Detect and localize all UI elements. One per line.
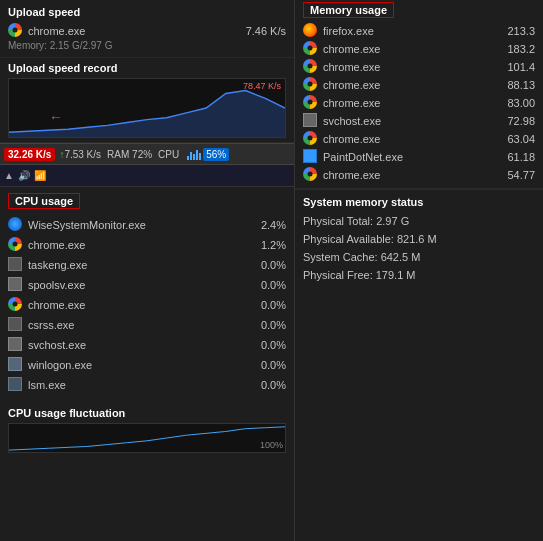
mem-process-name-5: svchost.exe — [323, 115, 485, 127]
upload-chart: 78.47 K/s ← — [8, 78, 286, 138]
cpu-process-value-3: 0.0% — [246, 279, 286, 291]
mem-process-name-6: chrome.exe — [323, 133, 485, 145]
cpu-process-value-1: 1.2% — [246, 239, 286, 251]
ram-value: RAM 72% — [107, 149, 152, 160]
mem-process-value-3: 88.13 — [485, 79, 535, 91]
cpu-process-name-7: winlogon.exe — [28, 359, 246, 371]
mem-process-value-8: 54.77 — [485, 169, 535, 181]
cpu-process-name-2: taskeng.exe — [28, 259, 246, 271]
speed-up-value: 7.53 K/s — [64, 149, 101, 160]
cpu-process-name-6: svchost.exe — [28, 339, 246, 351]
mem-process-row-1: chrome.exe 183.2 — [303, 40, 535, 58]
cpu-process-row: chrome.exe 1.2% — [8, 235, 286, 255]
upload-speed-section: Upload speed chrome.exe 7.46 K/s Memory:… — [0, 0, 294, 58]
mem-process-name-2: chrome.exe — [323, 61, 485, 73]
cpu-process-name-0: WiseSystemMonitor.exe — [28, 219, 246, 231]
memory-usage-badge: Memory usage — [303, 2, 394, 18]
mem-process-row-5: svchost.exe 72.98 — [303, 112, 535, 130]
firefox-icon — [303, 23, 319, 39]
left-panel: Upload speed chrome.exe 7.46 K/s Memory:… — [0, 0, 295, 541]
mem-process-value-1: 183.2 — [485, 43, 535, 55]
paint-icon-m7 — [303, 149, 319, 165]
cpu-process-value-5: 0.0% — [246, 319, 286, 331]
chrome-icon-m3 — [303, 77, 319, 93]
mem-process-value-5: 72.98 — [485, 115, 535, 127]
cpu-process-value-7: 0.0% — [246, 359, 286, 371]
cpu-usage-badge: CPU usage — [8, 193, 80, 209]
upload-memory-label: Memory: 2.15 G/2.97 G — [8, 40, 286, 51]
fluctuation-pct-label: 100% — [260, 440, 283, 450]
cpu-process-list: WiseSystemMonitor.exe 2.4% chrome.exe 1.… — [8, 215, 286, 395]
cpu-process-name-4: chrome.exe — [28, 299, 246, 311]
chrome-icon-m1 — [303, 41, 319, 57]
cpu-process-value-4: 0.0% — [246, 299, 286, 311]
chrome-icon — [8, 23, 24, 39]
speed-down-badge: 32.26 K/s — [4, 148, 55, 161]
winlogon-icon — [8, 357, 24, 373]
cpu-process-row: chrome.exe 0.0% — [8, 295, 286, 315]
cpu-process-value-8: 0.0% — [246, 379, 286, 391]
mem-process-value-2: 101.4 — [485, 61, 535, 73]
cpu-mini-chart — [187, 148, 201, 160]
cpu-process-value-2: 0.0% — [246, 259, 286, 271]
upload-process-row: chrome.exe 7.46 K/s — [8, 22, 286, 40]
upload-process-name: chrome.exe — [28, 25, 226, 37]
upload-speed-title: Upload speed — [8, 6, 286, 18]
mem-process-name-3: chrome.exe — [323, 79, 485, 91]
sys-memory-cache: System Cache: 642.5 M — [303, 248, 535, 266]
chrome-icon-m6 — [303, 131, 319, 147]
taskbar-arrow-icon: ▲ — [4, 170, 14, 181]
status-bar: 32.26 K/s ↑ 7.53 K/s RAM 72% CPU 56% — [0, 143, 294, 165]
mem-process-name-4: chrome.exe — [323, 97, 485, 109]
upload-process-value: 7.46 K/s — [226, 25, 286, 37]
memory-process-list: firefox.exe 213.3 chrome.exe 183.2 chrom… — [303, 22, 535, 184]
cpu-process-row: csrss.exe 0.0% — [8, 315, 286, 335]
mem-process-row-0: firefox.exe 213.3 — [303, 22, 535, 40]
right-panel: Memory usage firefox.exe 213.3 chrome.ex… — [295, 0, 543, 541]
chrome-icon-m4 — [303, 95, 319, 111]
cpu-fluctuation-title: CPU usage fluctuation — [8, 407, 286, 419]
mem-process-name-1: chrome.exe — [323, 43, 485, 55]
cpu-process-row: spoolsv.exe 0.0% — [8, 275, 286, 295]
sys-memory-free: Physical Free: 179.1 M — [303, 266, 535, 284]
mem-process-value-0: 213.3 — [485, 25, 535, 37]
taskbar-icons: ▲ 🔊 📶 — [4, 170, 46, 181]
mem-process-name-8: chrome.exe — [323, 169, 485, 181]
svchost-icon — [8, 277, 24, 293]
lsm-icon — [8, 377, 24, 393]
chart-peak-label: 78.47 K/s — [243, 81, 281, 91]
cpu-process-row: taskeng.exe 0.0% — [8, 255, 286, 275]
mem-process-name-7: PaintDotNet.exe — [323, 151, 485, 163]
cpu-process-value-6: 0.0% — [246, 339, 286, 351]
fluctuation-svg — [9, 424, 285, 452]
cpu-label: CPU — [158, 149, 179, 160]
mem-process-row-7: PaintDotNet.exe 61.18 — [303, 148, 535, 166]
upload-chart-section: Upload speed record 78.47 K/s ← — [0, 58, 294, 143]
cpu-process-row: lsm.exe 0.0% — [8, 375, 286, 395]
cpu-process-name-3: spoolsv.exe — [28, 279, 246, 291]
cpu-process-name-5: csrss.exe — [28, 319, 246, 331]
cpu-process-row: winlogon.exe 0.0% — [8, 355, 286, 375]
cpu-process-row: WiseSystemMonitor.exe 2.4% — [8, 215, 286, 235]
taskeng-icon — [8, 257, 24, 273]
mem-process-value-7: 61.18 — [485, 151, 535, 163]
upload-record-title: Upload speed record — [8, 62, 286, 74]
chrome-icon-m8 — [303, 167, 319, 183]
sys-memory-total: Physical Total: 2.97 G — [303, 212, 535, 230]
cpu-process-name-8: lsm.exe — [28, 379, 246, 391]
svchost-icon-m5 — [303, 113, 319, 129]
cpu-process-row: svchost.exe 0.0% — [8, 335, 286, 355]
chrome-icon — [8, 237, 24, 253]
mem-process-row-2: chrome.exe 101.4 — [303, 58, 535, 76]
chrome-icon-m2 — [303, 59, 319, 75]
mem-process-row-4: chrome.exe 83.00 — [303, 94, 535, 112]
cpu-pct-badge: 56% — [203, 148, 229, 161]
cpu-usage-section: CPU usage WiseSystemMonitor.exe 2.4% chr… — [0, 187, 294, 399]
taskbar-volume-icon: 🔊 — [18, 170, 30, 181]
wise-icon — [8, 217, 24, 233]
cpu-fluctuation-chart: 100% — [8, 423, 286, 453]
chrome-icon-2 — [8, 297, 24, 313]
mem-process-row-8: chrome.exe 54.77 — [303, 166, 535, 184]
sys-memory-available: Physical Available: 821.6 M — [303, 230, 535, 248]
cpu-process-value-0: 2.4% — [246, 219, 286, 231]
